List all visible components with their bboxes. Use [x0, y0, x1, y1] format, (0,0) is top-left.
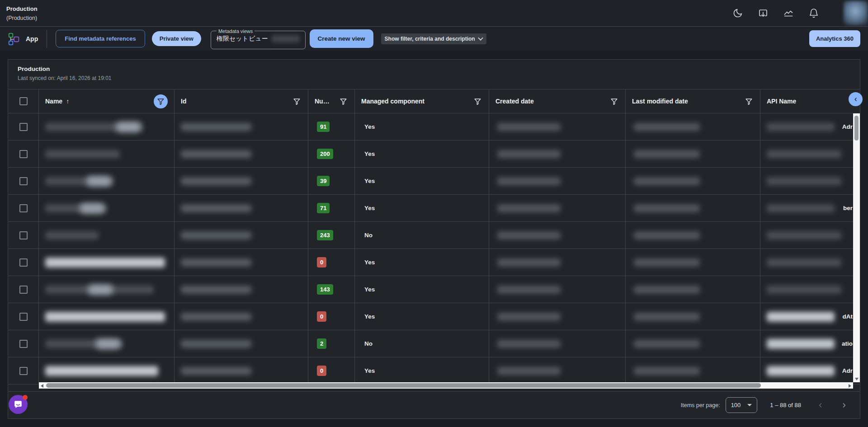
table-row[interactable]: 71Yesber [8, 195, 860, 222]
table-row[interactable]: 0YesdAt [8, 303, 860, 330]
filter-icon[interactable] [472, 96, 482, 106]
chat-launcher-button[interactable] [9, 395, 28, 414]
row-checkbox[interactable] [19, 123, 28, 131]
redacted-modified-date [634, 150, 700, 158]
cell-managed-component: Yes [355, 303, 489, 330]
table-row[interactable]: 0YesAdr [8, 357, 860, 385]
row-checkbox[interactable] [19, 258, 28, 267]
vertical-scrollbar[interactable] [853, 113, 860, 382]
row-checkbox[interactable] [19, 204, 28, 212]
horizontal-scrollbar[interactable] [39, 382, 853, 389]
row-checkbox[interactable] [19, 177, 28, 185]
cell-id-redacted [175, 276, 308, 303]
cell-api-name-redacted: dAt [760, 303, 860, 330]
collapse-panel-button[interactable] [849, 92, 863, 106]
scroll-right-arrow-icon[interactable] [849, 384, 851, 388]
column-header-checkbox[interactable] [8, 89, 39, 113]
filter-icon[interactable] [609, 96, 619, 106]
filter-icon[interactable] [338, 96, 348, 106]
cell-id-redacted [175, 222, 308, 249]
select-all-checkbox[interactable] [19, 97, 28, 105]
scroll-down-arrow-icon[interactable] [855, 378, 859, 380]
metadata-views-field[interactable]: Metadata views 権限セットビュー [211, 28, 306, 49]
show-filter-select[interactable]: Show filter, criteria and description [381, 33, 486, 44]
row-checkbox[interactable] [19, 313, 28, 321]
environment-subtitle: (Production) [6, 15, 38, 21]
redacted-modified-date [634, 123, 700, 131]
page-size-select[interactable]: 100 [726, 397, 758, 413]
cell-api-name-redacted: Adr [760, 357, 860, 384]
cell-name-redacted [39, 222, 175, 249]
create-new-view-button[interactable]: Create new view [310, 29, 373, 48]
cell-number: 243 [308, 222, 355, 249]
sort-ascending-icon[interactable]: ↑ [66, 98, 69, 105]
scroll-left-arrow-icon[interactable] [41, 384, 43, 388]
dark-mode-moon-icon[interactable] [732, 8, 743, 19]
column-header-created-date[interactable]: Created date [489, 89, 626, 113]
managed-component-value: Yes [364, 286, 375, 293]
table-header-row: Name↑IdNu…Managed componentCreated dateL… [8, 89, 860, 113]
column-header-last-modified-date[interactable]: Last modified date [626, 89, 760, 113]
cell-created-date-redacted [489, 195, 626, 221]
filter-icon[interactable] [292, 96, 302, 106]
table-row[interactable]: 200Yes [8, 141, 860, 168]
count-badge: 91 [317, 122, 330, 132]
column-header-nu-[interactable]: Nu… [308, 89, 355, 113]
count-badge: 71 [317, 203, 330, 213]
topbar-icon-group [732, 1, 868, 25]
row-checkbox[interactable] [19, 286, 28, 294]
user-avatar[interactable] [844, 1, 868, 25]
column-label: Nu… [315, 98, 330, 105]
redacted-name [45, 312, 165, 322]
cell-id-redacted [175, 303, 308, 330]
notifications-bell-icon[interactable] [808, 8, 819, 19]
private-view-button[interactable]: Private view [152, 31, 201, 46]
redacted-modified-date [634, 204, 700, 212]
row-checkbox[interactable] [19, 367, 28, 375]
row-checkbox[interactable] [19, 340, 28, 348]
metadata-table-card: Production Last synced on: April 16, 202… [8, 59, 860, 419]
environment-name: Production [6, 5, 38, 12]
install-app-icon[interactable] [758, 8, 769, 19]
table-row[interactable]: 143Yes [8, 276, 860, 303]
cell-number: 0 [308, 357, 355, 384]
column-header-name[interactable]: Name↑ [39, 89, 175, 113]
row-checkbox[interactable] [19, 150, 28, 158]
column-header-managed-component[interactable]: Managed component [355, 89, 489, 113]
table-row[interactable]: 243No [8, 222, 860, 249]
analytics-trend-icon[interactable] [783, 8, 794, 19]
redacted-name [45, 366, 158, 376]
cell-checkbox [8, 222, 39, 249]
cell-api-name-redacted: atio [760, 330, 860, 357]
cell-api-name-redacted: ber [760, 195, 860, 221]
table-row[interactable]: 91YesAdr [8, 113, 860, 141]
card-header: Production Last synced on: April 16, 202… [8, 60, 860, 89]
app-brand[interactable]: App [8, 32, 38, 46]
filter-icon[interactable] [744, 96, 754, 106]
count-badge: 0 [317, 257, 326, 267]
redacted-api-name [767, 366, 835, 376]
environment-info: Production (Production) [6, 5, 38, 21]
previous-page-button[interactable] [816, 401, 825, 409]
find-metadata-references-button[interactable]: Find metadata references [56, 30, 145, 47]
analytics-360-button[interactable]: Analytics 360 [809, 30, 860, 47]
cell-number: 0 [308, 303, 355, 330]
redacted-name [45, 231, 99, 239]
table-row[interactable]: 0Yes [8, 249, 860, 276]
redacted-id [181, 340, 251, 348]
cell-name-redacted [39, 141, 175, 167]
table-row[interactable]: 39Yes [8, 168, 860, 195]
next-page-button[interactable] [840, 401, 848, 409]
cell-created-date-redacted [489, 303, 626, 330]
redacted-created-date [497, 204, 561, 212]
column-header-id[interactable]: Id [175, 89, 308, 113]
redacted-created-date [497, 367, 561, 375]
column-header-api-name[interactable]: API Name [760, 89, 860, 113]
horizontal-scrollbar-thumb[interactable] [46, 383, 761, 388]
row-checkbox[interactable] [19, 231, 28, 239]
filter-active-icon[interactable] [154, 94, 168, 108]
table-row[interactable]: 2Noatio [8, 330, 860, 357]
vertical-scrollbar-thumb[interactable] [854, 116, 859, 141]
count-badge: 0 [317, 366, 326, 376]
cell-checkbox [8, 141, 39, 167]
